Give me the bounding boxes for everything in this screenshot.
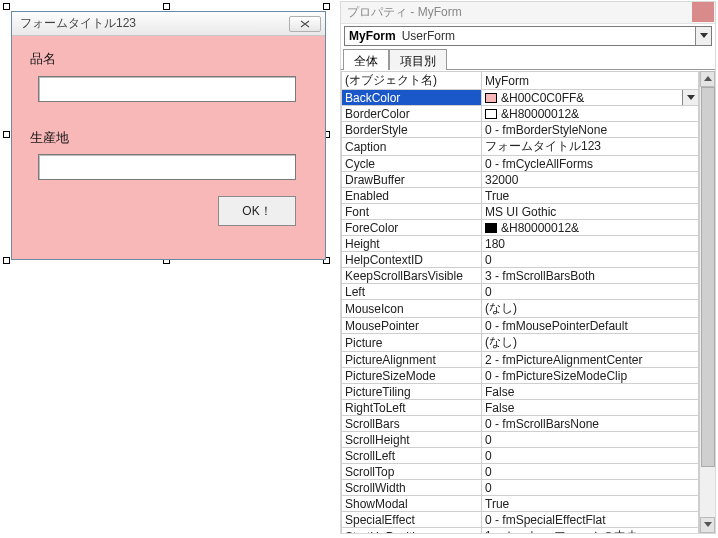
- resize-handle[interactable]: [3, 131, 10, 138]
- scrollbar-thumb[interactable]: [701, 87, 715, 467]
- property-value[interactable]: (なし): [482, 334, 699, 352]
- ok-button[interactable]: OK！: [218, 196, 296, 226]
- property-row[interactable]: FontMS UI Gothic: [342, 204, 699, 220]
- property-row[interactable]: DrawBuffer32000: [342, 172, 699, 188]
- resize-handle[interactable]: [3, 3, 10, 10]
- property-row[interactable]: PictureTilingFalse: [342, 384, 699, 400]
- property-value[interactable]: &H80000012&: [482, 106, 699, 122]
- property-value[interactable]: 0 - fmScrollBarsNone: [482, 416, 699, 432]
- tab-all[interactable]: 全体: [343, 49, 389, 70]
- property-value[interactable]: &H00C0C0FF&: [482, 90, 699, 106]
- property-value[interactable]: 0: [482, 448, 699, 464]
- property-value[interactable]: 0 - fmBorderStyleNone: [482, 122, 699, 138]
- property-row[interactable]: ScrollBars0 - fmScrollBarsNone: [342, 416, 699, 432]
- property-row[interactable]: Picture(なし): [342, 334, 699, 352]
- property-value-text: 0 - fmCycleAllForms: [485, 157, 593, 171]
- property-row[interactable]: KeepScrollBarsVisible3 - fmScrollBarsBot…: [342, 268, 699, 284]
- property-row[interactable]: ShowModalTrue: [342, 496, 699, 512]
- property-grid[interactable]: (オブジェクト名)MyFormBackColor&H00C0C0FF&Borde…: [341, 71, 699, 533]
- property-row[interactable]: Left0: [342, 284, 699, 300]
- property-value[interactable]: 180: [482, 236, 699, 252]
- property-value[interactable]: 0 - fmPictureSizeModeClip: [482, 368, 699, 384]
- property-value[interactable]: 0 - fmCycleAllForms: [482, 156, 699, 172]
- property-value[interactable]: True: [482, 496, 699, 512]
- property-row[interactable]: Cycle0 - fmCycleAllForms: [342, 156, 699, 172]
- property-row[interactable]: ForeColor&H80000012&: [342, 220, 699, 236]
- object-dropdown-button[interactable]: [695, 27, 711, 45]
- property-row[interactable]: HelpContextID0: [342, 252, 699, 268]
- property-value[interactable]: フォームタイトル123: [482, 138, 699, 156]
- property-value[interactable]: 2 - fmPictureAlignmentCenter: [482, 352, 699, 368]
- panel-close-button[interactable]: [692, 2, 714, 22]
- property-value[interactable]: 0: [482, 464, 699, 480]
- property-value-text: 0 - fmSpecialEffectFlat: [485, 513, 606, 527]
- property-row[interactable]: BorderColor&H80000012&: [342, 106, 699, 122]
- value-dropdown-button[interactable]: [682, 90, 698, 105]
- property-row[interactable]: RightToLeftFalse: [342, 400, 699, 416]
- property-row[interactable]: MousePointer0 - fmMousePointerDefault: [342, 318, 699, 334]
- property-row[interactable]: BorderStyle0 - fmBorderStyleNone: [342, 122, 699, 138]
- property-key: ScrollLeft: [342, 448, 482, 464]
- property-row[interactable]: StartUpPosition1 - オーナー フォームの中央: [342, 528, 699, 534]
- property-row[interactable]: (オブジェクト名)MyForm: [342, 72, 699, 90]
- property-row[interactable]: BackColor&H00C0C0FF&: [342, 90, 699, 106]
- property-value-text: 0: [485, 465, 492, 479]
- property-value[interactable]: MS UI Gothic: [482, 204, 699, 220]
- property-value[interactable]: 0 - fmMousePointerDefault: [482, 318, 699, 334]
- property-key: ScrollTop: [342, 464, 482, 480]
- property-value[interactable]: 0: [482, 432, 699, 448]
- property-value[interactable]: 1 - オーナー フォームの中央: [482, 528, 699, 534]
- tab-categorized[interactable]: 項目別: [389, 49, 447, 70]
- object-selector[interactable]: MyForm UserForm: [344, 26, 712, 46]
- property-row[interactable]: EnabledTrue: [342, 188, 699, 204]
- resize-handle[interactable]: [3, 257, 10, 264]
- object-type: UserForm: [402, 29, 695, 43]
- property-value-text: True: [485, 189, 509, 203]
- property-value[interactable]: 3 - fmScrollBarsBoth: [482, 268, 699, 284]
- property-value[interactable]: 0 - fmSpecialEffectFlat: [482, 512, 699, 528]
- property-row[interactable]: PictureAlignment2 - fmPictureAlignmentCe…: [342, 352, 699, 368]
- property-value[interactable]: 0: [482, 252, 699, 268]
- property-key: PictureTiling: [342, 384, 482, 400]
- property-value[interactable]: (なし): [482, 300, 699, 318]
- property-key: ForeColor: [342, 220, 482, 236]
- property-row[interactable]: ScrollLeft0: [342, 448, 699, 464]
- resize-handle[interactable]: [323, 3, 330, 10]
- userform-window[interactable]: フォームタイトル123 品名 生産地 OK！: [11, 11, 326, 260]
- property-row[interactable]: SpecialEffect0 - fmSpecialEffectFlat: [342, 512, 699, 528]
- property-key: PictureSizeMode: [342, 368, 482, 384]
- property-row[interactable]: ScrollTop0: [342, 464, 699, 480]
- close-icon: [300, 20, 310, 28]
- property-value[interactable]: 32000: [482, 172, 699, 188]
- property-value[interactable]: True: [482, 188, 699, 204]
- property-value-text: False: [485, 401, 514, 415]
- property-row[interactable]: Height180: [342, 236, 699, 252]
- property-value[interactable]: MyForm: [482, 72, 699, 90]
- vertical-scrollbar[interactable]: [699, 71, 715, 533]
- scroll-down-button[interactable]: [700, 517, 715, 533]
- properties-panel-titlebar[interactable]: プロパティ - MyForm: [341, 2, 715, 24]
- property-value[interactable]: &H80000012&: [482, 220, 699, 236]
- close-button[interactable]: [289, 16, 321, 32]
- userform-titlebar[interactable]: フォームタイトル123: [12, 12, 325, 36]
- property-row[interactable]: ScrollHeight0: [342, 432, 699, 448]
- property-key: Font: [342, 204, 482, 220]
- property-value[interactable]: False: [482, 384, 699, 400]
- input-name[interactable]: [38, 76, 296, 102]
- property-value[interactable]: 0: [482, 284, 699, 300]
- input-origin[interactable]: [38, 154, 296, 180]
- property-row[interactable]: Captionフォームタイトル123: [342, 138, 699, 156]
- property-value-text: 0 - fmMousePointerDefault: [485, 319, 628, 333]
- userform-client-area[interactable]: 品名 生産地 OK！: [12, 36, 325, 259]
- label-name: 品名: [30, 50, 56, 68]
- scroll-up-button[interactable]: [700, 71, 715, 87]
- property-value-text: 0 - fmScrollBarsNone: [485, 417, 599, 431]
- property-row[interactable]: ScrollWidth0: [342, 480, 699, 496]
- property-value[interactable]: 0: [482, 480, 699, 496]
- property-value-text: 0: [485, 433, 492, 447]
- property-value-text: フォームタイトル123: [485, 139, 601, 153]
- property-value[interactable]: False: [482, 400, 699, 416]
- property-row[interactable]: MouseIcon(なし): [342, 300, 699, 318]
- property-row[interactable]: PictureSizeMode0 - fmPictureSizeModeClip: [342, 368, 699, 384]
- resize-handle[interactable]: [163, 3, 170, 10]
